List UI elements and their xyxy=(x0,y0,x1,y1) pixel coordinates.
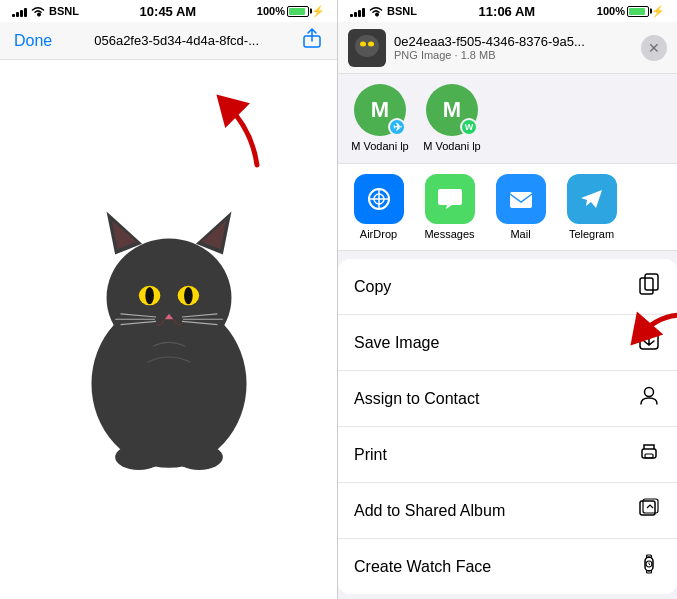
left-panel: BSNL 10:45 AM 100% ⚡ Done 056a2fe3-5d34-… xyxy=(0,0,338,599)
file-meta-label: PNG Image · 1.8 MB xyxy=(394,49,641,61)
share-icon xyxy=(301,27,323,49)
time-right: 11:06 AM xyxy=(479,4,536,19)
app-item-mail[interactable]: Mail xyxy=(488,174,553,240)
contacts-row: M ✈ M Vodani lp M W M Vodani lp xyxy=(338,74,677,163)
svg-rect-30 xyxy=(640,278,653,294)
carrier-info-right: BSNL xyxy=(350,5,417,17)
mail-icon xyxy=(496,174,546,224)
battery-icon-right xyxy=(627,6,649,17)
wifi-icon-right xyxy=(369,5,383,17)
contact-item-0[interactable]: M ✈ M Vodani lp xyxy=(350,84,410,153)
contact-name-1: M Vodani lp xyxy=(423,140,480,153)
telegram-label: Telegram xyxy=(569,228,614,240)
file-thumbnail xyxy=(348,29,386,67)
svg-point-19 xyxy=(175,444,222,470)
svg-point-18 xyxy=(115,444,162,470)
carrier-label-right: BSNL xyxy=(387,5,417,17)
battery-left: 100% ⚡ xyxy=(257,5,325,18)
nav-bar-left: Done 056a2fe3-5d34-4d4a-8fcd-... xyxy=(0,22,337,60)
svg-point-10 xyxy=(184,286,193,303)
svg-rect-28 xyxy=(510,192,532,208)
watch-face-label: Create Watch Face xyxy=(354,558,491,576)
contact-item-1[interactable]: M W M Vodani lp xyxy=(422,84,482,153)
file-info-area: 0e24eaa3-f505-4346-8376-9a5... PNG Image… xyxy=(394,34,641,61)
nav-bar-right: 0e24eaa3-f505-4346-8376-9a5... PNG Image… xyxy=(338,22,677,74)
svg-point-33 xyxy=(645,388,654,397)
status-bar-right: BSNL 11:06 AM 100% ⚡ xyxy=(338,0,677,22)
svg-rect-29 xyxy=(645,274,658,290)
time-left: 10:45 AM xyxy=(140,4,197,19)
signal-bars-right xyxy=(350,5,365,17)
carrier-label-left: BSNL xyxy=(49,5,79,17)
svg-point-2 xyxy=(106,238,231,356)
file-title-left: 056a2fe3-5d34-4d4a-8fcd-... xyxy=(60,33,293,48)
bolt-icon-left: ⚡ xyxy=(311,5,325,18)
messages-icon xyxy=(425,174,475,224)
copy-label: Copy xyxy=(354,278,391,296)
close-button[interactable]: ✕ xyxy=(641,35,667,61)
app-item-airdrop[interactable]: AirDrop xyxy=(346,174,411,240)
action-save-image[interactable]: Save Image xyxy=(338,315,677,371)
app-item-telegram[interactable]: Telegram xyxy=(559,174,624,240)
status-bar-left: BSNL 10:45 AM 100% ⚡ xyxy=(0,0,337,22)
assign-contact-label: Assign to Contact xyxy=(354,390,479,408)
carrier-info-left: BSNL xyxy=(12,5,79,17)
messages-label: Messages xyxy=(424,228,474,240)
contact-badge-1: W xyxy=(460,118,478,136)
cat-image xyxy=(59,190,279,470)
action-print[interactable]: Print xyxy=(338,427,677,483)
svg-point-22 xyxy=(355,35,379,57)
battery-icon-left xyxy=(287,6,309,17)
file-name-label: 0e24eaa3-f505-4346-8376-9a5... xyxy=(394,34,641,49)
image-area xyxy=(0,60,337,599)
battery-pct-left: 100% xyxy=(257,5,285,17)
action-list: Copy Save Image xyxy=(338,251,677,599)
contact-avatar-0: M ✈ xyxy=(354,84,406,136)
right-panel: BSNL 11:06 AM 100% ⚡ 0e24eaa3-f505-4346-… xyxy=(338,0,677,599)
copy-icon xyxy=(637,272,661,301)
bolt-icon-right: ⚡ xyxy=(651,5,665,18)
battery-fill-right xyxy=(629,8,645,15)
app-item-messages[interactable]: Messages xyxy=(417,174,482,240)
signal-bars-left xyxy=(12,5,27,17)
watch-face-icon xyxy=(637,552,661,581)
action-copy[interactable]: Copy xyxy=(338,259,677,315)
airdrop-icon xyxy=(354,174,404,224)
wifi-icon-left xyxy=(31,5,45,17)
action-assign-contact[interactable]: Assign to Contact xyxy=(338,371,677,427)
airdrop-label: AirDrop xyxy=(360,228,397,240)
mail-label: Mail xyxy=(510,228,530,240)
contact-avatar-1: M W xyxy=(426,84,478,136)
print-icon xyxy=(637,440,661,469)
svg-point-9 xyxy=(145,286,154,303)
contact-name-0: M Vodani lp xyxy=(351,140,408,153)
action-watch-face[interactable]: Create Watch Face xyxy=(338,539,677,594)
shared-album-label: Add to Shared Album xyxy=(354,502,505,520)
share-button-left[interactable] xyxy=(301,27,323,54)
svg-line-41 xyxy=(649,564,650,565)
battery-right: 100% ⚡ xyxy=(597,5,665,18)
svg-point-24 xyxy=(368,41,374,46)
print-label: Print xyxy=(354,446,387,464)
assign-contact-icon xyxy=(637,384,661,413)
arrow-up-indicator xyxy=(197,90,277,170)
done-button[interactable]: Done xyxy=(14,32,52,50)
action-shared-album[interactable]: Add to Shared Album xyxy=(338,483,677,539)
svg-point-23 xyxy=(360,41,366,46)
save-image-label: Save Image xyxy=(354,334,439,352)
shared-album-icon xyxy=(637,496,661,525)
battery-pct-right: 100% xyxy=(597,5,625,17)
apps-row: AirDrop Messages Mail xyxy=(338,163,677,251)
action-section-1: Copy Save Image xyxy=(338,259,677,594)
contact-badge-0: ✈ xyxy=(388,118,406,136)
save-image-icon xyxy=(637,328,661,357)
battery-fill-left xyxy=(289,8,305,15)
telegram-icon xyxy=(567,174,617,224)
